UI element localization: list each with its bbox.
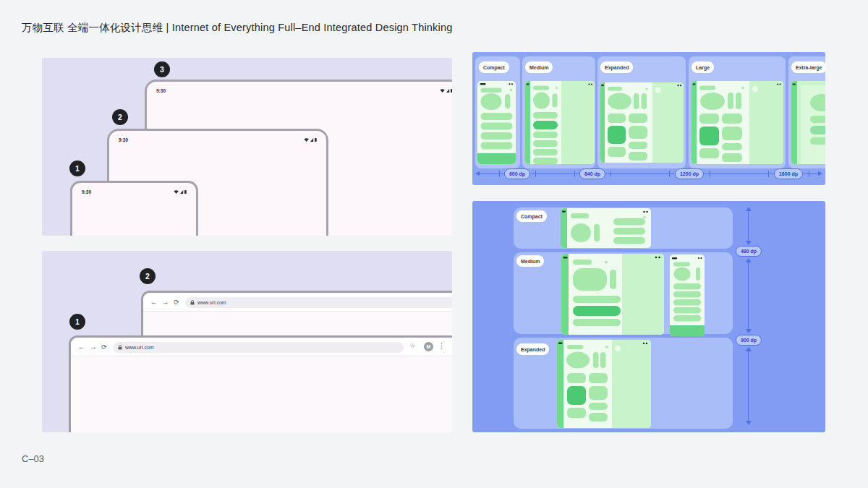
menu-dots-icon: ⋮ (438, 342, 445, 349)
mockup-expanded (600, 82, 684, 163)
address-bar: www.url.com (185, 297, 452, 308)
label-expanded: Expanded (516, 343, 549, 355)
tick (768, 171, 769, 177)
height-dimension-segment (748, 262, 749, 330)
arrow-down-icon (746, 421, 752, 425)
height-dimension-segment (748, 351, 749, 422)
label-expanded: Expanded (600, 61, 633, 73)
breakpoint-840dp: 840 dp (579, 168, 605, 179)
mockup-compact-landscape (561, 208, 651, 248)
breakpoint-1200dp: 1200 dp (675, 168, 704, 179)
url-text: www.url.com (125, 345, 154, 350)
tick (499, 171, 500, 177)
reload-icon: ⟳ (174, 297, 179, 307)
tick (809, 171, 809, 177)
tick (574, 171, 575, 177)
breakpoint-1600dp: 1600 dp (774, 168, 803, 179)
height-dimension-segment (748, 210, 749, 242)
arrow-down-icon (746, 241, 752, 245)
label-compact: Compact (479, 61, 509, 73)
mockup-medium-phone (670, 254, 705, 336)
mockup-compact-phone (477, 81, 516, 164)
status-icons (304, 137, 318, 142)
forward-icon: → (162, 297, 169, 307)
device-sizes-panel: 9:30 9:30 9:30 3 2 1 (42, 58, 452, 236)
lock-icon (118, 345, 122, 350)
page-title: 万物互联 全端一体化设计思维 | Internet of Everything … (22, 21, 453, 35)
arrow-right-icon (818, 171, 822, 176)
url-text: www.url.com (197, 300, 226, 305)
breakpoint-900dp: 900 dp (736, 335, 762, 346)
browser-window-1: ← → ⟳ www.url.com ☆ M ⋮ (69, 335, 452, 432)
label-extra-large: Extra-large (791, 61, 825, 73)
arrow-down-icon (746, 329, 752, 333)
mockup-medium (525, 81, 595, 164)
width-classes-panel: Compact Medium Expanded Large Extra-larg… (472, 52, 825, 185)
profile-avatar: M (424, 342, 433, 351)
tick (535, 171, 536, 177)
step-badge-2: 2 (140, 268, 156, 284)
browser-toolbar: ← → ⟳ www.url.com (143, 293, 452, 312)
label-medium: Medium (516, 255, 544, 267)
mockup-expanded-tablet (557, 340, 651, 428)
bookmark-star-icon: ☆ (409, 342, 415, 349)
mockup-large (692, 81, 783, 164)
forward-icon: → (90, 342, 97, 351)
arrow-left-icon (475, 171, 480, 176)
label-compact: Compact (516, 210, 547, 222)
breakpoint-600dp: 600 dp (504, 168, 530, 179)
status-icons (174, 189, 187, 194)
address-bar: www.url.com (113, 342, 404, 353)
back-icon: ← (150, 297, 158, 307)
breakpoint-480dp: 480 dp (736, 246, 762, 257)
tick (669, 171, 670, 177)
step-badge-2: 2 (112, 109, 128, 125)
step-badge-1: 1 (69, 314, 85, 330)
status-clock: 9:30 (82, 189, 91, 194)
status-clock: 9:30 (119, 137, 128, 142)
height-classes-panel: Compact Medium Expanded (472, 201, 825, 432)
step-badge-1: 1 (69, 160, 85, 176)
status-icons (440, 88, 452, 93)
mockup-medium-tablet (561, 254, 664, 335)
reload-icon: ⟳ (101, 342, 107, 351)
browser-sizes-panel: ← → ⟳ www.url.com ← → ⟳ www.url.c (42, 251, 452, 432)
tick (610, 171, 611, 177)
step-badge-3: 3 (154, 61, 170, 77)
status-clock: 9:30 (156, 88, 166, 93)
mockup-extra-large (791, 81, 825, 164)
lock-icon (190, 300, 195, 305)
label-medium: Medium (525, 61, 553, 73)
browser-toolbar: ← → ⟳ www.url.com ☆ M ⋮ (71, 338, 452, 356)
back-icon: ← (78, 342, 85, 351)
tick (710, 171, 710, 177)
label-large: Large (692, 61, 714, 73)
device-frame-1: 9:30 (70, 181, 198, 236)
slide-code: C–03 (22, 453, 44, 464)
